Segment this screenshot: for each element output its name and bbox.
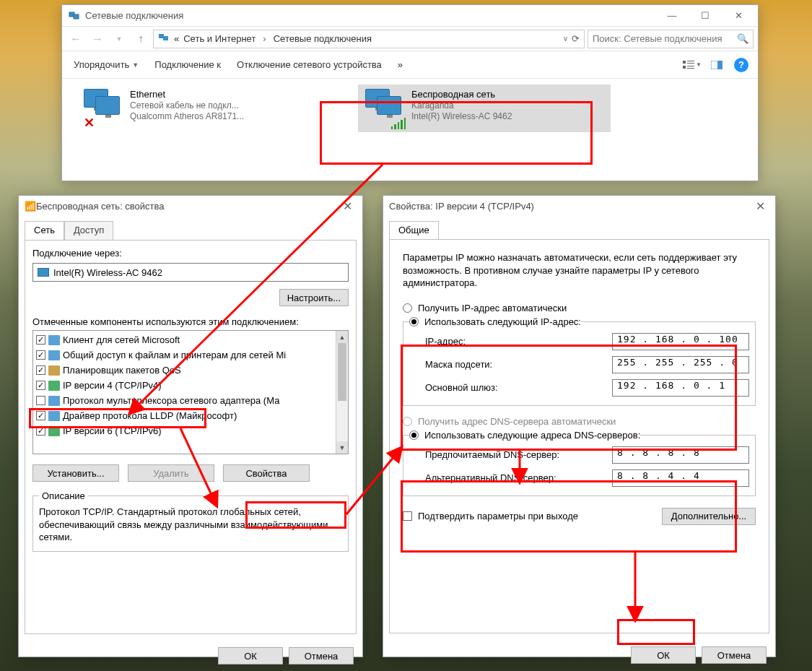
tab-access[interactable]: Доступ bbox=[64, 221, 113, 241]
connection-ethernet[interactable]: ✕ Ethernet Сетевой кабель не подкл... Qu… bbox=[77, 85, 329, 132]
close-button[interactable]: ✕ bbox=[751, 199, 769, 213]
mask-input[interactable]: 255 . 255 . 255 . 0 bbox=[612, 356, 749, 373]
confirm-on-exit-checkbox[interactable]: Подтвердить параметры при выходе bbox=[403, 511, 578, 521]
connect-via-label: Подключение через: bbox=[32, 248, 349, 259]
overflow-menu[interactable]: » bbox=[393, 56, 407, 73]
adapter-icon bbox=[38, 268, 49, 277]
properties-label: Свойства bbox=[245, 468, 287, 479]
checkbox-icon[interactable] bbox=[36, 335, 45, 345]
scroll-up-button[interactable]: ▲ bbox=[336, 331, 348, 343]
radio-icon bbox=[403, 303, 412, 313]
view-options-icon[interactable]: ▼ bbox=[683, 56, 702, 74]
checkbox-icon[interactable] bbox=[36, 350, 45, 360]
advanced-button[interactable]: Дополнительно... bbox=[662, 508, 756, 525]
svg-rect-11 bbox=[717, 61, 722, 69]
auto-ip-radio-row[interactable]: Получить IP-адрес автоматически bbox=[403, 303, 756, 313]
remove-button[interactable]: Удалить bbox=[128, 464, 214, 482]
component-item[interactable]: Общий доступ к файлам и принтерам для се… bbox=[33, 347, 336, 363]
scroll-down-button[interactable]: ▼ bbox=[336, 441, 348, 454]
checkbox-icon[interactable] bbox=[36, 396, 45, 405]
maximize-button[interactable]: ☐ bbox=[689, 5, 722, 27]
component-label: Клиент для сетей Microsoft bbox=[63, 334, 180, 345]
scrollbar[interactable]: ▲ ▼ bbox=[336, 331, 348, 454]
checkbox-icon[interactable] bbox=[36, 411, 45, 420]
refresh-button[interactable]: ⟳ bbox=[572, 33, 580, 44]
dialog-title: Свойства: IP версии 4 (TCP/IPv4) bbox=[389, 201, 534, 212]
up-button[interactable]: ↑ bbox=[131, 30, 150, 48]
configure-button[interactable]: Настроить... bbox=[279, 289, 349, 306]
manual-dns-label: Использовать следующие адреса DNS-сервер… bbox=[424, 430, 640, 441]
component-icon bbox=[48, 350, 60, 360]
component-item[interactable]: Протокол мультиплексора сетевого адаптер… bbox=[33, 393, 336, 408]
manual-dns-radio-row[interactable]: Использовать следующие адреса DNS-сервер… bbox=[409, 430, 640, 441]
ok-button[interactable]: ОК bbox=[218, 647, 283, 664]
dialog-icon: 📶 bbox=[25, 201, 36, 212]
svg-rect-2 bbox=[159, 34, 164, 38]
disable-device-menu[interactable]: Отключение сетевого устройства bbox=[232, 56, 386, 73]
recent-dropdown[interactable]: ▼ bbox=[110, 30, 128, 48]
minimize-button[interactable]: — bbox=[655, 5, 689, 27]
checkbox-icon[interactable] bbox=[36, 381, 45, 390]
radio-icon bbox=[409, 430, 419, 440]
manual-ip-radio-row[interactable]: Использовать следующий IP-адрес: bbox=[409, 316, 581, 327]
radio-icon bbox=[409, 317, 419, 326]
organize-label: Упорядочить bbox=[74, 59, 129, 70]
titlebar[interactable]: Сетевые подключения — ☐ ✕ bbox=[62, 5, 758, 27]
dialog-titlebar[interactable]: 📶 Беспроводная сеть: свойства ✕ bbox=[19, 196, 362, 216]
checkbox-icon[interactable] bbox=[36, 426, 45, 436]
gateway-input[interactable]: 192 . 168 . 0 . 1 bbox=[612, 379, 749, 397]
dns1-label: Предпочитаемый DNS-сервер: bbox=[425, 449, 603, 460]
components-listbox[interactable]: Клиент для сетей MicrosoftОбщий доступ к… bbox=[32, 330, 349, 454]
connection-wifi[interactable]: Беспроводная сеть Karaganda Intel(R) Wir… bbox=[358, 85, 611, 132]
svg-rect-6 bbox=[687, 63, 694, 64]
remove-label: Удалить bbox=[153, 468, 189, 479]
ok-button[interactable]: ОК bbox=[631, 646, 696, 664]
checkbox-icon[interactable] bbox=[36, 365, 45, 375]
component-item[interactable]: IP версии 4 (TCP/IPv4) bbox=[33, 378, 336, 393]
location-icon bbox=[158, 32, 170, 46]
close-button[interactable]: ✕ bbox=[722, 5, 755, 27]
connect-to-label: Подключение к bbox=[154, 59, 221, 70]
install-button[interactable]: Установить... bbox=[32, 464, 119, 482]
dns1-input[interactable]: 8 . 8 . 8 . 8 bbox=[612, 446, 749, 464]
svg-rect-4 bbox=[683, 61, 686, 64]
window-controls: — ☐ ✕ bbox=[655, 5, 755, 27]
chevron-right-icon[interactable]: › bbox=[260, 33, 269, 44]
component-label: IP версии 6 (TCP/IPv6) bbox=[63, 425, 162, 436]
tab-network[interactable]: Сеть bbox=[25, 221, 64, 241]
tab-network-label: Сеть bbox=[34, 225, 55, 235]
component-item[interactable]: Планировщик пакетов QoS bbox=[33, 363, 336, 378]
help-button[interactable]: ? bbox=[732, 56, 751, 74]
dns2-input[interactable]: 8 . 8 . 4 . 4 bbox=[612, 469, 749, 487]
cancel-button[interactable]: Отмена bbox=[289, 647, 354, 664]
ip-label: IP-адрес: bbox=[425, 336, 603, 347]
tab-general[interactable]: Общие bbox=[389, 221, 439, 240]
svg-rect-8 bbox=[687, 66, 694, 66]
preview-pane-icon[interactable] bbox=[707, 56, 726, 74]
component-item[interactable]: Клиент для сетей Microsoft bbox=[33, 332, 336, 347]
breadcrumb-1[interactable]: Сеть и Интернет bbox=[183, 33, 256, 44]
cancel-label: Отмена bbox=[305, 651, 339, 662]
ip-input[interactable]: 192 . 168 . 0 . 100 bbox=[612, 333, 749, 350]
address-dropdown[interactable]: v bbox=[564, 35, 567, 43]
gw-label: Основной шлюз: bbox=[425, 382, 603, 393]
dialog-buttons: ОК Отмена bbox=[383, 639, 775, 671]
component-item[interactable]: Драйвер протокола LLDP (Майкрософт) bbox=[33, 408, 336, 423]
search-icon[interactable]: 🔍 bbox=[737, 33, 748, 44]
connect-to-menu[interactable]: Подключение к bbox=[150, 56, 225, 73]
organize-menu[interactable]: Упорядочить ▼ bbox=[69, 56, 143, 73]
dialog-titlebar[interactable]: Свойства: IP версии 4 (TCP/IPv4) ✕ bbox=[383, 196, 775, 216]
component-item[interactable]: IP версии 6 (TCP/IPv6) bbox=[33, 423, 336, 438]
connection-status: Сетевой кабель не подкл... bbox=[130, 100, 244, 111]
mask-value: 255 . 255 . 255 . 0 bbox=[617, 357, 738, 368]
back-button[interactable]: ← bbox=[66, 30, 85, 48]
scroll-thumb[interactable] bbox=[338, 343, 346, 401]
close-button[interactable]: ✕ bbox=[338, 199, 357, 213]
forward-button[interactable]: → bbox=[88, 30, 107, 48]
search-box[interactable]: Поиск: Сетевые подключения 🔍 bbox=[588, 30, 754, 48]
breadcrumb-2[interactable]: Сетевые подключения bbox=[274, 33, 372, 44]
component-icon bbox=[48, 426, 60, 436]
properties-button[interactable]: Свойства bbox=[223, 464, 310, 482]
cancel-button[interactable]: Отмена bbox=[702, 646, 767, 664]
address-bar[interactable]: « Сеть и Интернет › Сетевые подключения … bbox=[153, 30, 585, 48]
